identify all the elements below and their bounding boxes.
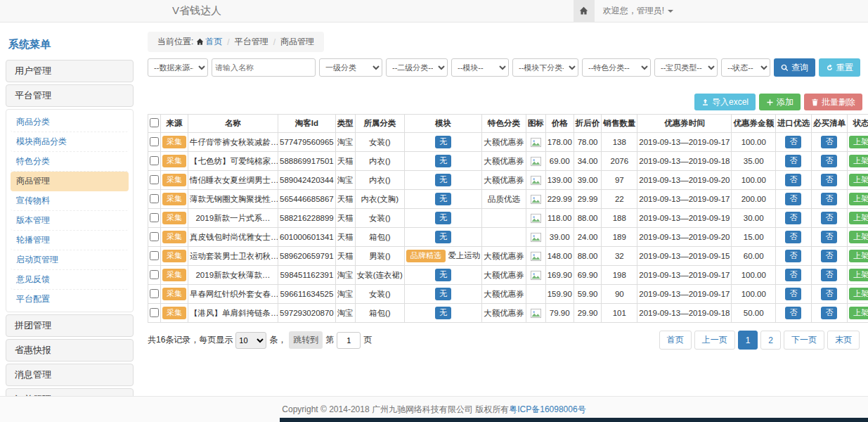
row-checkbox[interactable] bbox=[150, 213, 159, 222]
prev-page-button[interactable]: 上一页 bbox=[694, 331, 735, 350]
import-select-toggle[interactable]: 否 bbox=[785, 231, 801, 243]
goods-name: 2019新款女秋薄款… bbox=[188, 266, 278, 285]
trash-icon bbox=[811, 98, 819, 106]
import-select-toggle[interactable]: 否 bbox=[785, 193, 801, 205]
sidebar-item-carousel-management[interactable]: 轮播管理 bbox=[11, 231, 129, 250]
must-buy-toggle[interactable]: 否 bbox=[821, 174, 837, 186]
must-buy-toggle[interactable]: 否 bbox=[821, 307, 837, 319]
page-number-input[interactable] bbox=[337, 332, 361, 349]
source-badge: 采集 bbox=[162, 231, 186, 243]
goods-type: 天猫 bbox=[335, 190, 355, 209]
status-badge[interactable]: 上架 bbox=[849, 193, 868, 205]
goods-category: 男装() bbox=[355, 247, 404, 266]
import-select-toggle[interactable]: 否 bbox=[785, 212, 801, 224]
import-excel-button[interactable]: 导入excel bbox=[694, 94, 756, 110]
row-checkbox[interactable] bbox=[150, 251, 159, 260]
sidebar-group-platform[interactable]: 平台管理 bbox=[6, 84, 134, 107]
import-select-toggle[interactable]: 否 bbox=[785, 155, 801, 167]
sidebar-group-express[interactable]: 省惠快报 bbox=[6, 339, 134, 362]
name-search-input[interactable] bbox=[212, 58, 316, 77]
icp-link[interactable]: 粤ICP备16098006号 bbox=[509, 404, 585, 416]
must-buy-toggle[interactable]: 否 bbox=[821, 288, 837, 300]
select-all-checkbox[interactable] bbox=[150, 118, 159, 127]
feature-category-select[interactable]: --特色分类-- bbox=[582, 58, 651, 77]
status-badge[interactable]: 上架 bbox=[849, 307, 868, 319]
thumbnail-image-icon bbox=[531, 137, 541, 146]
sidebar-group-message[interactable]: 消息管理 bbox=[6, 364, 134, 386]
import-select-toggle[interactable]: 否 bbox=[785, 269, 801, 281]
status-badge[interactable]: 上架 bbox=[849, 269, 868, 281]
row-checkbox[interactable] bbox=[150, 308, 159, 317]
reset-button[interactable]: 重置 bbox=[819, 58, 860, 77]
add-button[interactable]: 添加 bbox=[759, 94, 801, 110]
import-select-toggle[interactable]: 否 bbox=[785, 174, 801, 186]
user-dropdown[interactable]: 欢迎您，管理员! bbox=[595, 5, 682, 17]
first-page-button[interactable]: 首页 bbox=[659, 331, 692, 350]
must-buy-toggle[interactable]: 否 bbox=[821, 136, 837, 148]
batch-delete-button[interactable]: 批量删除 bbox=[804, 94, 862, 110]
coupon-amount: 15.00 bbox=[732, 228, 776, 247]
status-badge[interactable]: 上架 bbox=[849, 250, 868, 262]
module-sub-select[interactable]: --模块下分类-- bbox=[512, 58, 578, 77]
data-source-select[interactable]: --数据来源-- bbox=[148, 58, 208, 77]
sidebar-item-goods-management[interactable]: 商品管理 bbox=[11, 172, 129, 191]
status-select[interactable]: --状态-- bbox=[721, 58, 770, 77]
coupon-amount: 100.00 bbox=[732, 171, 776, 190]
home-nav-button[interactable] bbox=[574, 0, 595, 23]
row-checkbox[interactable] bbox=[150, 156, 159, 165]
item-type-select[interactable]: --宝贝类型-- bbox=[654, 58, 718, 77]
import-select-toggle[interactable]: 否 bbox=[785, 250, 801, 262]
sidebar-group-groupbuy[interactable]: 拼团管理 bbox=[6, 314, 134, 337]
row-checkbox[interactable] bbox=[150, 270, 159, 279]
status-badge[interactable]: 上架 bbox=[849, 174, 868, 186]
import-select-toggle[interactable]: 否 bbox=[785, 288, 801, 300]
coupon-time: 2019-09-13—2019-09-15 bbox=[637, 247, 732, 266]
sales-count: 90 bbox=[602, 285, 637, 304]
status-badge[interactable]: 上架 bbox=[849, 136, 868, 148]
sidebar-item-goods-category[interactable]: 商品分类 bbox=[11, 113, 129, 132]
page-2-button[interactable]: 2 bbox=[760, 331, 781, 350]
sidebar-item-version-management[interactable]: 版本管理 bbox=[11, 211, 129, 231]
sidebar-item-splash-management[interactable]: 启动页管理 bbox=[11, 250, 129, 270]
level1-category-select[interactable]: 一级分类 bbox=[319, 58, 382, 77]
coupon-amount: 50.00 bbox=[732, 304, 776, 323]
page-1-button[interactable]: 1 bbox=[738, 331, 758, 350]
next-page-button[interactable]: 下一页 bbox=[784, 331, 824, 350]
row-checkbox[interactable] bbox=[150, 232, 159, 241]
import-select-toggle[interactable]: 否 bbox=[785, 307, 801, 319]
search-button[interactable]: 查询 bbox=[774, 58, 815, 77]
sidebar-item-platform-config[interactable]: 平台配置 bbox=[11, 290, 129, 309]
sidebar-group-users[interactable]: 用户管理 bbox=[6, 60, 134, 82]
breadcrumb-home-link[interactable]: 首页 bbox=[196, 36, 222, 48]
sidebar-item-feedback[interactable]: 意见反馈 bbox=[11, 270, 129, 290]
must-buy-toggle[interactable]: 否 bbox=[821, 250, 837, 262]
status-badge[interactable]: 上架 bbox=[849, 231, 868, 243]
import-select-toggle[interactable]: 否 bbox=[785, 136, 801, 148]
sidebar-item-promo-material[interactable]: 宣传物料 bbox=[11, 191, 129, 211]
goods-name: 真皮钱包时尚优雅女士… bbox=[188, 228, 278, 247]
jump-button[interactable]: 跳转到 bbox=[289, 331, 323, 349]
status-badge[interactable]: 上架 bbox=[849, 155, 868, 167]
sidebar-item-module-goods-category[interactable]: 模块商品分类 bbox=[11, 132, 129, 152]
goods-name: 牛仔背带裤女秋装减龄… bbox=[188, 133, 278, 152]
status-badge[interactable]: 上架 bbox=[849, 212, 868, 224]
row-checkbox[interactable] bbox=[150, 194, 159, 203]
row-checkbox[interactable] bbox=[150, 137, 159, 146]
must-buy-toggle[interactable]: 否 bbox=[821, 269, 837, 281]
row-checkbox[interactable] bbox=[150, 289, 159, 298]
coupon-amount: 35.00 bbox=[732, 152, 776, 171]
sidebar-item-feature-category[interactable]: 特色分类 bbox=[11, 152, 129, 172]
row-checkbox[interactable] bbox=[150, 175, 159, 184]
must-buy-toggle[interactable]: 否 bbox=[821, 155, 837, 167]
must-buy-toggle[interactable]: 否 bbox=[821, 193, 837, 205]
feature-category: 大额优惠券 bbox=[482, 304, 526, 323]
source-badge: 采集 bbox=[162, 307, 186, 319]
module-select[interactable]: --模块-- bbox=[451, 58, 509, 77]
status-badge[interactable]: 上架 bbox=[849, 288, 868, 300]
must-buy-toggle[interactable]: 否 bbox=[821, 212, 837, 224]
level2-category-select[interactable]: --二级分类-- bbox=[386, 58, 448, 77]
must-buy-toggle[interactable]: 否 bbox=[821, 231, 837, 243]
discount-price: 34.00 bbox=[574, 152, 602, 171]
per-page-select[interactable]: 10 bbox=[235, 332, 266, 349]
last-page-button[interactable]: 末页 bbox=[827, 331, 860, 350]
